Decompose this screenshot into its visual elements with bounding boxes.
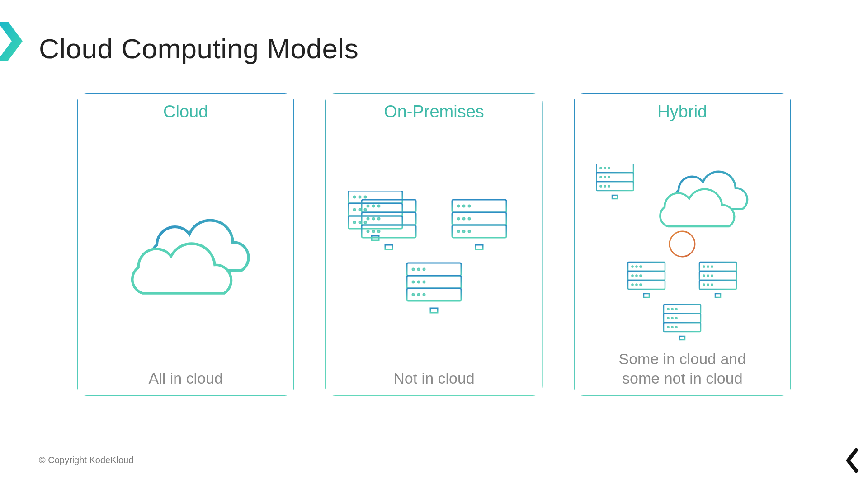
prev-slide-button[interactable] — [844, 448, 860, 473]
svg-rect-33 — [612, 195, 618, 199]
card-cloud: Cloud All in cloud — [77, 93, 294, 396]
svg-point-7 — [354, 209, 355, 211]
chevron-right-icon — [0, 22, 24, 61]
svg-point-6 — [364, 196, 366, 198]
svg-point-12 — [364, 221, 366, 223]
card-hybrid: Hybrid — [574, 93, 791, 396]
card-cloud-title: Cloud — [163, 102, 208, 122]
card-hybrid-desc: Some in cloud and some not in cloud — [575, 349, 790, 388]
svg-point-5 — [359, 196, 361, 198]
svg-point-30 — [609, 185, 610, 187]
page-title: Cloud Computing Models — [39, 33, 359, 65]
card-row: Cloud All in cloud On-Premises — [77, 93, 791, 396]
svg-point-22 — [600, 167, 602, 169]
svg-rect-2 — [348, 203, 402, 216]
copyright-text: © Copyright KodeKloud — [39, 455, 133, 465]
svg-rect-3 — [348, 216, 402, 229]
svg-rect-1 — [348, 191, 402, 203]
card-onprem-desc: Not in cloud — [326, 369, 542, 388]
card-cloud-desc: All in cloud — [78, 369, 293, 388]
card-onprem: On-Premises — [325, 93, 542, 396]
svg-point-25 — [600, 176, 602, 178]
svg-point-23 — [604, 167, 606, 169]
svg-point-4 — [354, 196, 355, 198]
card-onprem-title: On-Premises — [384, 102, 484, 122]
clouds-icon — [78, 122, 293, 395]
svg-point-27 — [609, 176, 610, 178]
svg-point-28 — [600, 185, 602, 187]
svg-point-8 — [359, 209, 361, 211]
svg-marker-0 — [0, 22, 23, 61]
svg-point-24 — [609, 167, 610, 169]
svg-point-11 — [359, 221, 361, 223]
card-hybrid-title: Hybrid — [657, 102, 707, 122]
svg-point-26 — [604, 176, 606, 178]
chevron-left-icon — [844, 448, 860, 473]
plus-icon — [670, 231, 695, 257]
svg-point-9 — [364, 209, 366, 211]
svg-point-29 — [604, 185, 606, 187]
svg-point-10 — [354, 221, 355, 223]
servers-icon — [326, 122, 542, 395]
